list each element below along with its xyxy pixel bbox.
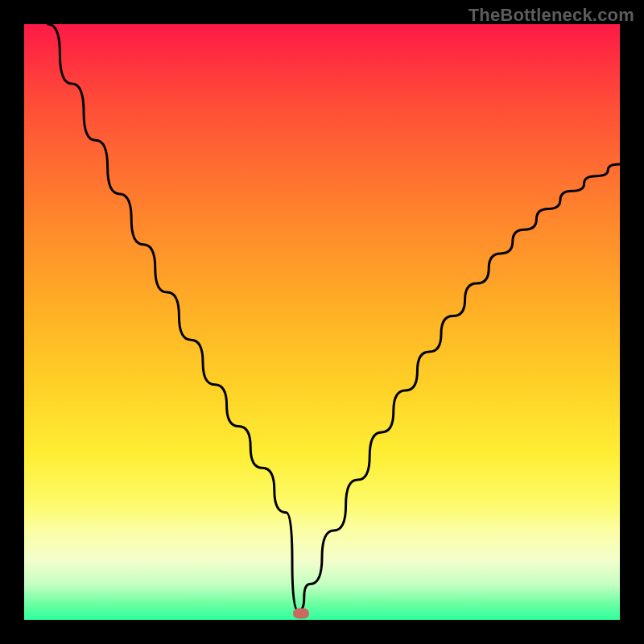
watermark-text: TheBottleneck.com bbox=[469, 5, 634, 26]
chart-frame: TheBottleneck.com bbox=[0, 0, 644, 644]
optimal-point-marker bbox=[293, 609, 309, 619]
plot-area bbox=[24, 24, 620, 620]
bottleneck-curve bbox=[24, 24, 620, 620]
